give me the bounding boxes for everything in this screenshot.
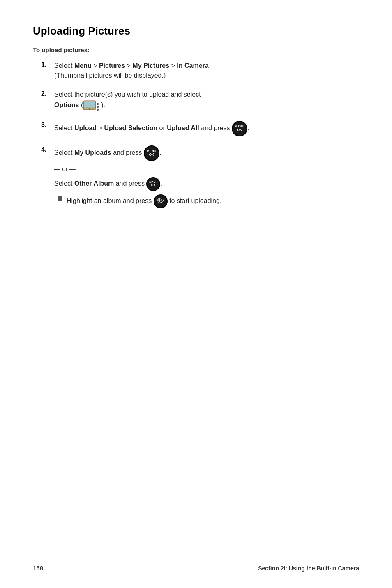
menu-ok-button-other-album: MENU OK [146, 177, 160, 191]
intro-text: To upload pictures: [33, 46, 359, 53]
step-3-upload: Upload [74, 125, 97, 131]
step-2-options-label: Options [54, 101, 79, 108]
bullet-square-icon [58, 196, 62, 201]
step-2-content: Select the picture(s) you wish to upload… [54, 90, 359, 112]
step-4-my-uploads: My Uploads [74, 149, 111, 156]
or-line: — or — [54, 164, 359, 174]
step-4-other-album-label: Other Album [74, 180, 114, 187]
step-1: 1. Select Menu > Pictures > My Pictures … [41, 61, 359, 81]
step-1-in-camera: In Camera [177, 62, 208, 69]
step-1-sub-text: (Thumbnail pictures will be displayed.) [54, 72, 166, 79]
step-3-content: Select Upload > Upload Selection or Uplo… [54, 121, 359, 136]
step-1-my-pictures: My Pictures [132, 62, 169, 69]
page-content: Uploading Pictures To upload pictures: 1… [0, 0, 392, 252]
svg-point-4 [97, 106, 99, 108]
step-4-content: Select My Uploads and press MENU OK . — … [54, 145, 359, 210]
step-1-menu: Menu [74, 62, 92, 69]
step-1-number: 1. [41, 61, 54, 69]
step-2: 2. Select the picture(s) you wish to upl… [41, 90, 359, 112]
section-label: Section 2I: Using the Built-in Camera [258, 565, 359, 572]
page-footer: 158 Section 2I: Using the Built-in Camer… [33, 565, 359, 572]
menu-ok-button-step4: MENU OK [144, 145, 159, 161]
menu-ok-button-step3: MENU OK [232, 121, 247, 136]
page-number: 158 [33, 565, 43, 572]
svg-point-3 [97, 103, 99, 105]
bullet-item-1-text: Highlight an album and press MENU OK to … [67, 194, 221, 208]
step-3: 3. Select Upload > Upload Selection or U… [41, 121, 359, 136]
step-3-number: 3. [41, 121, 54, 129]
page-title: Uploading Pictures [33, 25, 359, 37]
step-1-content: Select Menu > Pictures > My Pictures > I… [54, 61, 359, 81]
step-3-upload-selection: Upload Selection [104, 125, 157, 131]
step-3-upload-all: Upload All [167, 125, 199, 131]
step-4-other-album: Select Other Album and press MENU OK . [54, 177, 359, 191]
step-4-number: 4. [41, 145, 54, 153]
svg-point-2 [89, 108, 90, 110]
svg-rect-1 [84, 101, 95, 107]
options-phone-icon [83, 99, 101, 112]
menu-ok-button-bullet: MENU OK [154, 194, 168, 208]
svg-point-5 [97, 109, 99, 111]
step-4: 4. Select My Uploads and press MENU OK .… [41, 145, 359, 210]
bullet-item-1: Highlight an album and press MENU OK to … [58, 194, 359, 208]
bullet-list: Highlight an album and press MENU OK to … [58, 194, 359, 208]
step-2-number: 2. [41, 90, 54, 97]
steps-list: 1. Select Menu > Pictures > My Pictures … [41, 61, 359, 210]
step-1-pictures: Pictures [99, 62, 125, 69]
